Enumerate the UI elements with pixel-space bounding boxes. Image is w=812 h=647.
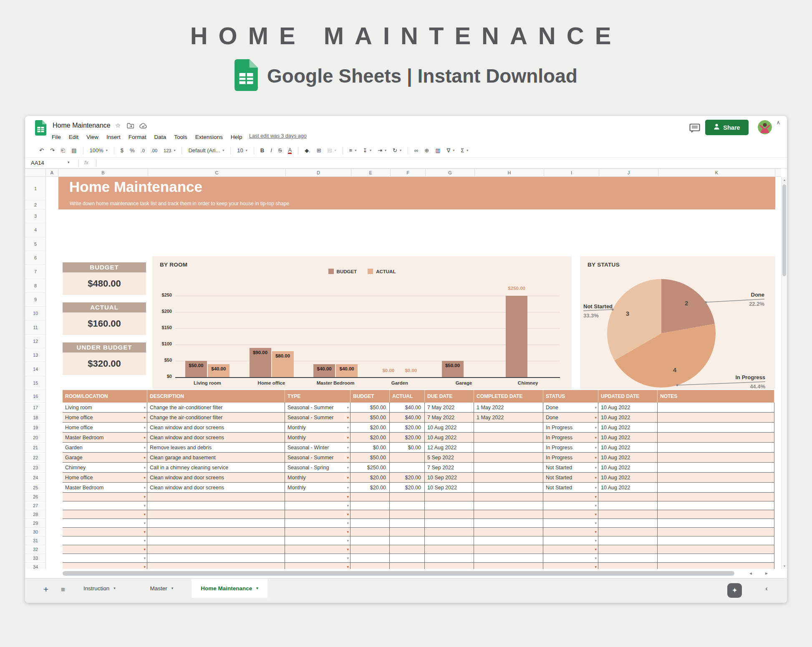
table-row-27-cell-9[interactable] (658, 501, 774, 510)
merge-dropdown-icon[interactable]: ▾ (335, 149, 336, 152)
redo-icon[interactable]: ↷ (50, 147, 55, 154)
sheets-app-icon[interactable] (35, 120, 46, 137)
table-row-18-cell-6[interactable]: 1 May 2022 (474, 413, 543, 423)
hide-menus-icon[interactable]: ∧ (776, 119, 780, 126)
table-row-20-cell-9[interactable] (658, 433, 774, 443)
table-row-24-cell-1[interactable]: Clean window and door screens (147, 473, 285, 483)
table-row-18-cell-5[interactable]: 7 May 2022 (425, 413, 474, 423)
cell-dropdown-icon[interactable]: ▾ (347, 528, 349, 536)
cell-dropdown-icon[interactable]: ▾ (347, 433, 349, 443)
scroll-right-icon[interactable]: ▸ (765, 570, 768, 576)
table-row-32-cell-9[interactable] (658, 545, 774, 554)
column-header-C[interactable]: C (148, 169, 286, 177)
row-header-23[interactable]: 23 (25, 463, 46, 473)
table-row-24-cell-9[interactable] (658, 473, 774, 483)
more-formats-dropdown-icon[interactable]: ▾ (174, 149, 175, 152)
bar-budget-chimney[interactable] (506, 296, 527, 377)
table-row-22-cell-0[interactable]: Garage▾ (63, 453, 147, 463)
table-row-24-cell-6[interactable] (474, 473, 543, 483)
insert-comment-icon[interactable]: ⊕ (424, 147, 429, 154)
cell-dropdown-icon[interactable]: ▾ (144, 554, 146, 563)
menu-item-view[interactable]: View (86, 134, 98, 140)
table-row-25-cell-0[interactable]: Master Bedroom▾ (63, 483, 147, 493)
table-row-22-cell-2[interactable]: Seasonal - Summer▾ (285, 453, 351, 463)
column-header-F[interactable]: F (391, 169, 426, 177)
insert-chart-icon[interactable]: ▥ (435, 147, 440, 154)
select-all-corner[interactable] (25, 169, 46, 177)
table-row-19-cell-7[interactable]: In Progress▾ (543, 423, 598, 433)
spreadsheet-grid[interactable]: 1234567891011121314151617181920212223242… (25, 177, 781, 569)
table-row-29-cell-8[interactable] (598, 519, 658, 528)
table-row-28-cell-7[interactable]: ▾ (543, 510, 598, 519)
italic-icon[interactable]: I (270, 147, 272, 154)
sheet-tab-instruction[interactable]: Instruction▾ (74, 579, 125, 598)
cell-dropdown-icon[interactable]: ▾ (347, 536, 349, 545)
text-rotation-dropdown-icon[interactable]: ▾ (400, 149, 401, 152)
row-header-9[interactable]: 9 (25, 293, 46, 307)
cell-dropdown-icon[interactable]: ▾ (347, 493, 349, 501)
table-row-17-cell-4[interactable]: $40.00 (390, 403, 425, 413)
table-row-30-cell-4[interactable] (390, 528, 425, 536)
document-title[interactable]: Home Maintenance (53, 122, 111, 129)
menu-item-file[interactable]: File (52, 134, 61, 140)
cell-dropdown-icon[interactable]: ▾ (347, 554, 349, 563)
column-header-G[interactable]: G (426, 169, 475, 177)
table-row-34-cell-6[interactable] (474, 563, 543, 569)
table-row-26-cell-6[interactable] (474, 493, 543, 501)
table-row-19-cell-3[interactable]: $20.00 (351, 423, 390, 433)
table-row-24-cell-7[interactable]: Not Started▾ (543, 473, 598, 483)
row-header-20[interactable]: 20 (25, 433, 46, 443)
table-row-24-cell-0[interactable]: Home office▾ (63, 473, 147, 483)
table-row-24-cell-8[interactable]: 10 Aug 2022 (598, 473, 658, 483)
all-sheets-icon[interactable]: ≡ (61, 586, 65, 594)
table-row-21-cell-2[interactable]: Seasonal - Winter▾ (285, 443, 351, 453)
cell-dropdown-icon[interactable]: ▾ (347, 453, 349, 463)
row-header-3[interactable]: 3 (25, 209, 46, 223)
insert-link-icon[interactable]: ∞ (414, 147, 418, 154)
account-avatar[interactable] (758, 120, 772, 134)
table-row-26-cell-3[interactable] (351, 493, 390, 501)
table-row-23-cell-2[interactable]: Seasonal - Spring▾ (285, 463, 351, 473)
table-row-25-cell-5[interactable]: 10 Sep 2022 (425, 483, 474, 493)
table-row-25-cell-8[interactable]: 10 Aug 2022 (598, 483, 658, 493)
table-row-26-cell-2[interactable]: ▾ (285, 493, 351, 501)
vertical-align-dropdown-icon[interactable]: ▾ (370, 149, 371, 152)
table-row-21-cell-8[interactable]: 10 Aug 2022 (598, 443, 658, 453)
table-row-32-cell-8[interactable] (598, 545, 658, 554)
star-icon[interactable]: ☆ (115, 122, 121, 129)
row-header-34[interactable]: 34 (25, 563, 46, 569)
cell-dropdown-icon[interactable]: ▾ (144, 519, 146, 528)
cell-dropdown-icon[interactable]: ▾ (347, 483, 349, 493)
table-row-18-cell-4[interactable]: $40.00 (390, 413, 425, 423)
table-row-28-cell-8[interactable] (598, 510, 658, 519)
table-row-33-cell-3[interactable] (351, 554, 390, 563)
cell-dropdown-icon[interactable]: ▾ (595, 433, 597, 443)
table-row-21-cell-3[interactable]: $0.00 (351, 443, 390, 453)
cell-dropdown-icon[interactable]: ▾ (144, 528, 146, 536)
cell-dropdown-icon[interactable]: ▾ (347, 443, 349, 453)
scroll-down-icon[interactable]: ▾ (782, 564, 787, 568)
table-row-20-cell-8[interactable]: 10 Aug 2022 (598, 433, 658, 443)
row-header-15[interactable]: 15 (25, 376, 46, 390)
cell-dropdown-icon[interactable]: ▾ (347, 501, 349, 510)
scroll-left-icon[interactable]: ◂ (749, 570, 752, 576)
show-side-panel-icon[interactable]: ‹ (765, 584, 768, 593)
table-row-20-cell-2[interactable]: Monthly▾ (285, 433, 351, 443)
table-row-30-cell-8[interactable] (598, 528, 658, 536)
column-header-D[interactable]: D (286, 169, 351, 177)
table-row-21-cell-1[interactable]: Remove leaves and debris (147, 443, 285, 453)
horizontal-scroll-thumb[interactable] (63, 571, 734, 576)
table-row-20-cell-4[interactable]: $20.00 (390, 433, 425, 443)
table-row-27-cell-6[interactable] (474, 501, 543, 510)
table-row-19-cell-0[interactable]: Home office▾ (63, 423, 147, 433)
cell-dropdown-icon[interactable]: ▾ (595, 423, 597, 433)
font-size-select[interactable]: 10 (237, 147, 243, 154)
table-row-19-cell-5[interactable]: 10 Aug 2022 (425, 423, 474, 433)
horizontal-align-icon[interactable]: ≡ (349, 147, 353, 154)
cell-dropdown-icon[interactable]: ▾ (144, 413, 146, 423)
column-header-K[interactable]: K (658, 169, 775, 177)
cell-dropdown-icon[interactable]: ▾ (595, 536, 597, 545)
table-row-32-cell-2[interactable]: ▾ (285, 545, 351, 554)
undo-icon[interactable]: ↶ (39, 147, 44, 154)
name-box-dropdown-icon[interactable]: ▾ (68, 160, 70, 164)
